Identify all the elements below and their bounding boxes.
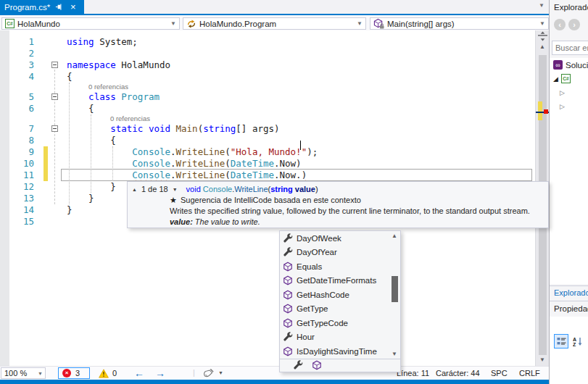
status-spaces-indicator[interactable]: SPC [491, 369, 508, 377]
split-editor-handle[interactable] [538, 31, 547, 43]
code-cleanup-broom-icon[interactable] [203, 368, 215, 380]
property-icon [283, 247, 293, 257]
completion-item[interactable]: Equals [280, 259, 389, 274]
expanded-icon[interactable]: ◢ [553, 75, 558, 83]
overload-prev-icon[interactable]: ▲ [132, 184, 137, 195]
fold-collapse-button[interactable] [51, 93, 58, 100]
solution-explorer-tab[interactable]: Explorador de soluciones [554, 288, 588, 297]
scroll-down-icon[interactable]: ▼ [539, 356, 545, 363]
warning-count-button[interactable]: 0 [99, 367, 117, 379]
status-line-ending-indicator[interactable]: CRLF [519, 369, 540, 377]
code-line[interactable]: 9 Console.WriteLine("Hola, Mundo!"); [0, 146, 535, 158]
status-bar-accent [0, 380, 549, 384]
line-number: 15 [10, 216, 34, 228]
completion-item[interactable]: DayOfWeek [280, 231, 389, 246]
document-list-dropdown-icon[interactable]: ▼ [539, 2, 544, 9]
completion-item[interactable]: DayOfYear [280, 246, 389, 260]
code-line[interactable]: 11 Console.WriteLine(DateTime.Now.) [0, 170, 535, 181]
code-line[interactable]: 8 { [0, 135, 535, 146]
tree-node[interactable]: ▷ [550, 85, 588, 99]
completion-item-label: IsDaylightSavingTime [297, 347, 377, 356]
error-count-button[interactable]: × 3 [58, 367, 90, 379]
scrollbar-thumb[interactable] [392, 276, 398, 302]
navigate-forward-button[interactable]: › [568, 19, 580, 30]
completion-item[interactable]: GetDateTimeFormats [280, 274, 389, 288]
completion-item-label: DayOfWeek [297, 234, 341, 243]
signature-help-tooltip: ▲ 1 de 18 ▼ void Console.WriteLine(strin… [127, 181, 549, 228]
fold-collapse-button[interactable] [51, 62, 58, 68]
completion-scrollbar[interactable]: ▲ ▼ [389, 231, 400, 359]
tab-program-cs[interactable]: Program.cs* × [0, 0, 84, 14]
line-number: 3 [10, 59, 34, 71]
code-line[interactable]: 5 class Program [0, 91, 535, 103]
error-marker [544, 109, 548, 114]
code-line[interactable]: 2 [0, 48, 535, 59]
categorized-icon[interactable] [554, 334, 568, 348]
divider [550, 285, 588, 286]
properties-body [550, 317, 588, 384]
line-number: 9 [10, 146, 34, 158]
tree-node[interactable]: ▷ [550, 99, 588, 113]
pin-icon[interactable] [54, 2, 64, 12]
solution-tree: ∞ Solución ◢ C# ▷ ▷ [550, 58, 588, 284]
param-doc: value: The value to write. [170, 217, 544, 228]
code-line[interactable]: 4{ [0, 71, 535, 83]
overload-next-icon[interactable]: ▼ [173, 184, 178, 195]
completion-item[interactable]: GetHashCode [280, 288, 389, 302]
line-number: 6 [10, 103, 34, 114]
chevron-down-icon[interactable]: ▼ [218, 370, 223, 375]
completion-filter-bar [280, 359, 400, 372]
project-dropdown-label: HolaMundo [17, 20, 60, 28]
method-filter-icon[interactable] [312, 360, 322, 370]
solution-node[interactable]: ∞ Solución [550, 58, 588, 72]
project-node[interactable]: ◢ C# [550, 72, 588, 85]
code-line[interactable]: 6 { [0, 103, 535, 114]
chevron-down-icon: ▼ [357, 20, 363, 27]
navigate-back-arrow[interactable]: ← [134, 367, 144, 380]
type-dropdown[interactable]: HolaMundo.Program ▼ [183, 17, 366, 30]
close-icon[interactable]: × [68, 2, 78, 12]
project-dropdown[interactable]: C# HolaMundo ▼ [1, 17, 180, 30]
member-dropdown[interactable]: Main(string[] args) ▼ [370, 17, 549, 30]
scroll-up-icon[interactable]: ▲ [539, 43, 545, 50]
solution-explorer-toolbar: ‹ › [554, 19, 580, 30]
solution-label: Solución [566, 61, 588, 70]
codelens-references[interactable]: 0 referencias [88, 83, 128, 91]
type-dropdown-label: HolaMundo.Program [199, 20, 276, 28]
collapsed-icon[interactable]: ▷ [560, 103, 565, 110]
completion-item[interactable]: IsDaylightSavingTime [280, 344, 389, 359]
method-icon [283, 262, 293, 272]
codelens-row[interactable]: 0 referencias [0, 83, 535, 91]
changed-line-marker [44, 170, 48, 181]
property-filter-icon[interactable] [293, 360, 303, 370]
completion-item-label: GetType [297, 304, 328, 313]
codelens-references[interactable]: 0 referencias [110, 114, 150, 123]
completion-item-label: Equals [297, 262, 322, 271]
scroll-down-icon[interactable]: ▼ [392, 351, 397, 357]
completion-item[interactable]: GetType [280, 302, 389, 317]
solution-search-input[interactable]: Buscar en Explorador de soluciones [552, 41, 588, 55]
fold-collapse-button[interactable] [51, 125, 58, 132]
code-line[interactable]: 1using System; [0, 36, 535, 48]
completion-item[interactable]: Hour [280, 330, 389, 345]
codelens-row[interactable]: 0 referencias [0, 114, 535, 123]
chevron-down-icon: ▼ [539, 20, 545, 27]
tab-bar: Program.cs* × ▼ [0, 0, 549, 14]
code-line[interactable]: 7 static void Main(string[] args) [0, 123, 535, 135]
completion-item-label: GetDateTimeFormats [297, 276, 376, 285]
code-line[interactable]: 3namespace HolaMundo [0, 59, 535, 71]
zoom-dropdown[interactable]: 100 % ▼ [1, 367, 46, 379]
separator: | [193, 368, 195, 377]
scroll-up-icon[interactable]: ▲ [392, 233, 397, 239]
code-line[interactable]: 10 Console.WriteLine(DateTime.Now) [0, 158, 535, 170]
status-line-number: Línea: 11 [397, 369, 429, 377]
navigate-forward-arrow[interactable]: → [155, 367, 165, 380]
completion-item[interactable]: GetTypeCode [280, 316, 389, 330]
member-dropdown-label: Main(string[] args) [387, 20, 455, 28]
collapsed-icon[interactable]: ▷ [560, 89, 565, 96]
visual-studio-window: Program.cs* × ▼ C# HolaMundo ▼ HolaMundo… [0, 0, 588, 384]
alphabetical-sort-icon[interactable]: AZ [573, 336, 583, 346]
navigate-back-button[interactable]: ‹ [554, 19, 566, 30]
method-icon [283, 275, 293, 285]
text-caret [300, 141, 301, 150]
